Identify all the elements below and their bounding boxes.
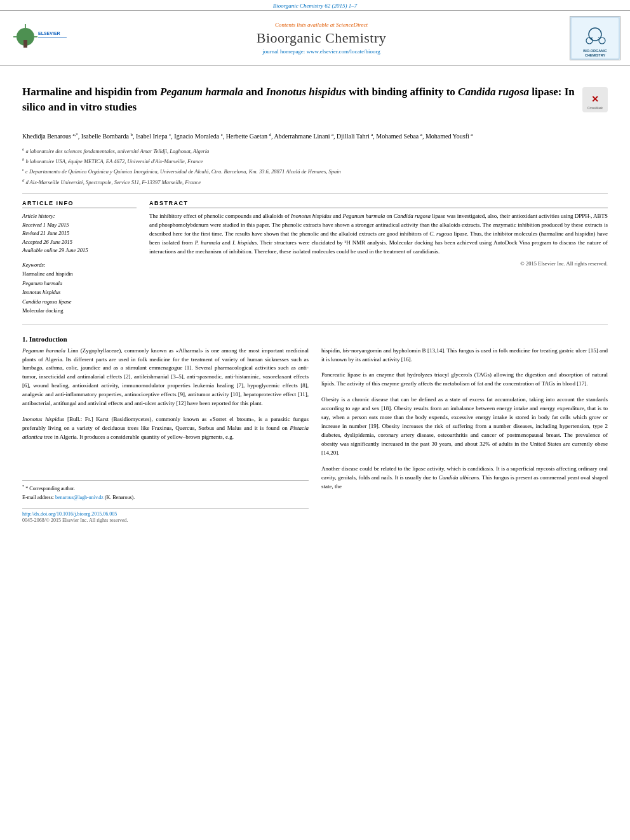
header-center: Contents lists available at ScienceDirec… bbox=[83, 16, 560, 60]
article-info-abstract: ARTICLE INFO Article history: Received 1… bbox=[22, 200, 608, 316]
content-divider bbox=[22, 324, 608, 325]
crossmark-icon: ✕ CrossMark bbox=[582, 87, 608, 112]
intro-right-col: hispidin, bis-noryangomin and hypholomin… bbox=[321, 347, 608, 524]
article-content: Harmaline and hispidin from Peganum harm… bbox=[0, 66, 630, 530]
intro-heading: 1. Introduction bbox=[22, 335, 608, 343]
journal-homepage: journal homepage: www.elsevier.com/locat… bbox=[262, 48, 380, 55]
copyright: © 2015 Elsevier Inc. All rights reserved… bbox=[149, 260, 608, 267]
bio-organic-logo: BIO-ORGANIC CHEMISTRY bbox=[570, 16, 620, 60]
bio-organic-logo-container: BIO-ORGANIC CHEMISTRY bbox=[566, 16, 624, 60]
abstract-text: The inhibitory effect of phenolic compou… bbox=[149, 212, 608, 257]
journal-title: Bioorganic Chemistry bbox=[257, 30, 387, 46]
footnote-corresponding: * * Corresponding author. bbox=[22, 483, 309, 493]
svg-text:BIO-ORGANIC: BIO-ORGANIC bbox=[583, 49, 607, 53]
crossmark-badge: ✕ CrossMark bbox=[582, 87, 608, 114]
svg-rect-2 bbox=[23, 40, 27, 48]
journal-bar-text: Bioorganic Chemistry 62 (2015) 1–7 bbox=[273, 3, 358, 9]
svg-text:CHEMISTRY: CHEMISTRY bbox=[585, 53, 606, 57]
doi-link[interactable]: http://dx.doi.org/10.1016/j.bioorg.2015.… bbox=[22, 511, 117, 517]
svg-text:CrossMark: CrossMark bbox=[587, 106, 603, 110]
footer-links: http://dx.doi.org/10.1016/j.bioorg.2015.… bbox=[22, 508, 309, 523]
introduction-section: 1. Introduction Peganum harmala Linn (Zy… bbox=[22, 335, 608, 524]
intro-left-para1: Peganum harmala Linn (Zygophyllaceae), c… bbox=[22, 347, 309, 409]
affiliations: a a laboratoire des sciences fondamental… bbox=[22, 145, 608, 187]
intro-left-para2: Inonotus hispidus [Bull.: Fr.] Karst (Ba… bbox=[22, 415, 309, 442]
article-title: Harmaline and hispidin from Peganum harm… bbox=[22, 84, 575, 115]
footnote-email: E-mail address: benarous@lagh-univ.dz (K… bbox=[22, 494, 309, 502]
email-link[interactable]: benarous@lagh-univ.dz bbox=[55, 495, 104, 500]
journal-header: ELSEVIER Contents lists available at Sci… bbox=[0, 10, 630, 66]
abstract-label: ABSTRACT bbox=[149, 200, 608, 208]
abstract-column: ABSTRACT The inhibitory effect of phenol… bbox=[149, 200, 608, 316]
intro-right-para2: Pancreatic lipase is an enzyme that hydr… bbox=[321, 371, 608, 389]
svg-text:ELSEVIER: ELSEVIER bbox=[38, 31, 60, 36]
homepage-url[interactable]: www.elsevier.com/locate/bioorg bbox=[307, 48, 380, 55]
page: Bioorganic Chemistry 62 (2015) 1–7 ELSEV… bbox=[0, 0, 630, 840]
journal-bar: Bioorganic Chemistry 62 (2015) 1–7 bbox=[0, 0, 630, 10]
authors-line: Khedidja Benarous a,*, Isabelle Bombarda… bbox=[22, 131, 608, 142]
sciencedirect-line: Contents lists available at ScienceDirec… bbox=[275, 22, 368, 28]
svg-rect-7 bbox=[38, 37, 67, 37]
intro-right-para4: Another disease could be related to the … bbox=[321, 465, 608, 491]
article-info-label: ARTICLE INFO bbox=[22, 200, 137, 208]
keywords-block: Keywords: Harmaline and hispidin Peganum… bbox=[22, 260, 137, 316]
footnote-block: * * Corresponding author. E-mail address… bbox=[22, 480, 309, 502]
elsevier-logo-container: ELSEVIER bbox=[6, 16, 76, 60]
article-history: Article history: Received 1 May 2015 Rev… bbox=[22, 212, 137, 255]
intro-left-col: Peganum harmala Linn (Zygophyllaceae), c… bbox=[22, 347, 309, 524]
bio-organic-logo-icon: BIO-ORGANIC CHEMISTRY bbox=[570, 17, 620, 60]
intro-body: Peganum harmala Linn (Zygophyllaceae), c… bbox=[22, 347, 608, 524]
intro-right-para1: hispidin, bis-noryangomin and hypholomin… bbox=[321, 347, 608, 364]
sciencedirect-link-text[interactable]: ScienceDirect bbox=[336, 22, 368, 28]
elsevier-logo-icon: ELSEVIER bbox=[13, 21, 70, 56]
article-info-column: ARTICLE INFO Article history: Received 1… bbox=[22, 200, 137, 316]
svg-text:✕: ✕ bbox=[591, 94, 599, 104]
intro-right-para3: Obesity is a chronic disease that can be… bbox=[321, 396, 608, 458]
section-divider bbox=[22, 193, 608, 194]
